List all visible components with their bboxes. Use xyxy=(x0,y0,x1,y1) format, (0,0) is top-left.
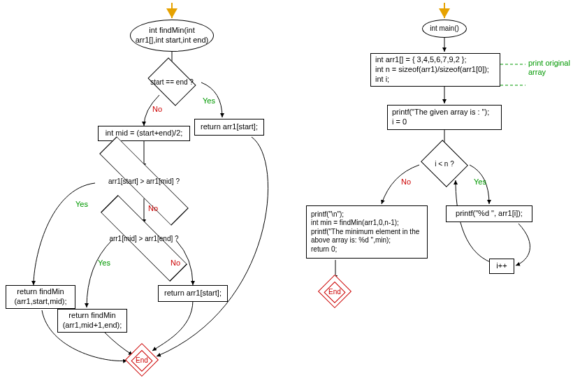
main-cond-yes: Yes xyxy=(474,177,486,186)
findmin-end-label: End xyxy=(136,356,148,364)
recleft-label: return findMin (arr1,start,mid); xyxy=(10,287,71,307)
main-loop-inc: i++ xyxy=(489,259,514,274)
findmin-decision-mid-gt-end: arr1[mid] > arr1[end] ? xyxy=(106,221,182,256)
findmin-decision-start-eq-end: start == end ? xyxy=(152,67,191,96)
main-decls-label: int arr1[] = { 3,4,5,6,7,9,2 }; int n = … xyxy=(375,55,489,84)
main-cond-no: No xyxy=(401,177,411,186)
main-end: End xyxy=(323,280,347,303)
main-after-label: printf("\n"); int min = findMin(arr1,0,n… xyxy=(311,210,423,254)
d2-yes: Yes xyxy=(75,200,88,208)
retstart2-label: return arr1[start]; xyxy=(164,289,222,298)
main-init-label: printf("The given array is : "); i = 0 xyxy=(392,108,489,127)
recright-label: return findMin (arr1,mid+1,end); xyxy=(62,311,122,331)
d1-yes: Yes xyxy=(203,96,215,105)
main-start: int main() xyxy=(422,20,467,38)
findmin-start-label: int findMin(int arr1[],int start,int end… xyxy=(135,26,209,45)
d2-label: arr1[start] > arr1[mid] ? xyxy=(108,177,180,185)
main-after-loop: printf("\n"); int min = findMin(arr1,0,n… xyxy=(306,205,428,259)
findmin-recurse-left: return findMin (arr1,start,mid); xyxy=(6,285,75,309)
comment-print-original-array: print original array xyxy=(528,59,570,77)
d3-no: No xyxy=(171,259,180,267)
d2-no: No xyxy=(148,204,158,212)
retstart1-label: return arr1[start]; xyxy=(201,122,258,132)
main-end-label: End xyxy=(328,288,341,296)
d3-label: arr1[mid] > arr1[end] ? xyxy=(109,235,178,242)
findmin-recurse-right: return findMin (arr1,mid+1,end); xyxy=(57,309,127,333)
findmin-return-start-2: return arr1[start]; xyxy=(158,285,228,302)
findmin-start: int findMin(int arr1[],int start,int end… xyxy=(130,20,214,52)
findmin-return-start-1: return arr1[start]; xyxy=(194,119,264,136)
main-init: printf("The given array is : "); i = 0 xyxy=(387,105,502,130)
main-inc-label: i++ xyxy=(496,261,507,271)
d3-yes: Yes xyxy=(98,259,110,267)
findmin-decision-start-gt-mid: arr1[start] > arr1[mid] ? xyxy=(105,164,183,198)
d1-label: start == end ? xyxy=(150,78,194,86)
d1-no: No xyxy=(152,105,162,113)
findmin-end: End xyxy=(130,348,154,372)
main-body-label: printf("%d ", arr1[i]); xyxy=(456,209,523,219)
main-decls: int arr1[] = { 3,4,5,6,7,9,2 }; int n = … xyxy=(370,53,500,87)
main-start-label: int main() xyxy=(430,24,459,34)
main-loop-cond: i < n ? xyxy=(426,148,463,179)
main-cond-label: i < n ? xyxy=(435,160,454,168)
flowchart-canvas: int findMin(int arr1[],int start,int end… xyxy=(0,0,573,392)
main-loop-body: printf("%d ", arr1[i]); xyxy=(446,205,532,222)
findmin-mid-assign: int mid = (start+end)/2; xyxy=(98,126,190,141)
